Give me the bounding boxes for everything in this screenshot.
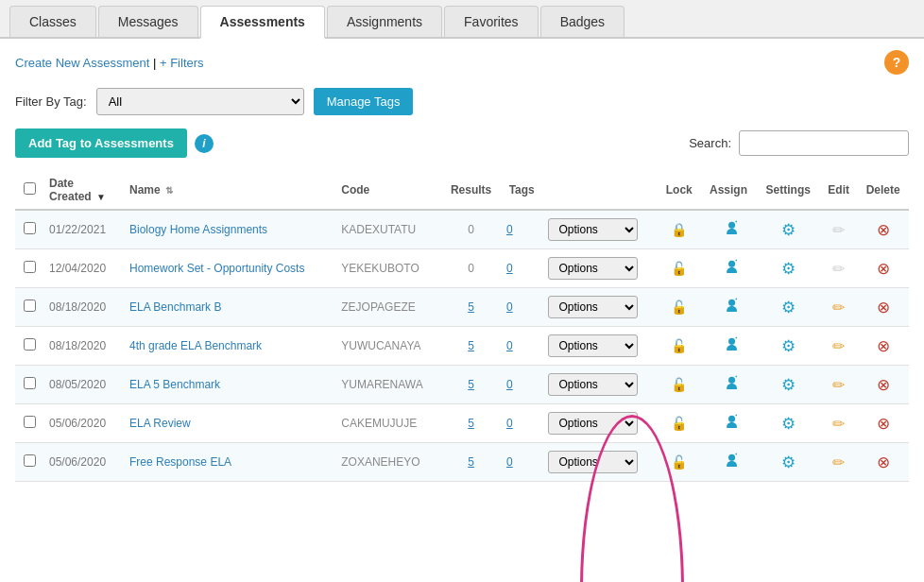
lock-icon[interactable]: 🔒 — [667, 220, 691, 239]
name-sort-icon[interactable]: ⇅ — [165, 185, 173, 196]
tab-classes[interactable]: Classes — [9, 6, 96, 37]
row-checkbox[interactable] — [24, 377, 36, 389]
cell-tags: 0 — [501, 443, 542, 482]
assign-icon[interactable]: + — [716, 298, 741, 317]
tab-badges[interactable]: Badges — [540, 6, 625, 37]
settings-icon[interactable]: ⚙ — [778, 374, 799, 396]
options-select[interactable]: Options — [548, 451, 638, 473]
results-link[interactable]: 5 — [468, 339, 474, 352]
assessment-link[interactable]: Free Response ELA — [129, 455, 231, 469]
lock-icon[interactable]: 🔓 — [667, 259, 691, 278]
edit-icon[interactable]: ✏ — [829, 414, 848, 434]
delete-icon[interactable]: ⊗ — [873, 335, 894, 357]
row-checkbox[interactable] — [24, 416, 36, 428]
cell-lock: 🔓 — [658, 249, 700, 288]
table-row: 05/06/2020ELA ReviewCAKEMUJUJE50Options🔓… — [15, 404, 909, 443]
col-lock: Lock — [658, 171, 700, 210]
row-checkbox[interactable] — [24, 338, 36, 351]
tags-link[interactable]: 0 — [506, 223, 513, 236]
settings-icon[interactable]: ⚙ — [778, 335, 799, 357]
tag-filter-select[interactable]: All — [96, 88, 304, 115]
svg-point-6 — [728, 338, 735, 345]
settings-icon[interactable]: ⚙ — [778, 452, 799, 473]
assessment-link[interactable]: 4th grade ELA Benchmark — [129, 339, 262, 352]
options-select[interactable]: Options — [548, 257, 638, 280]
row-checkbox[interactable] — [24, 222, 36, 234]
lock-icon[interactable]: 🔓 — [667, 298, 691, 317]
tab-assignments[interactable]: Assignments — [327, 6, 442, 37]
tab-messages[interactable]: Messages — [98, 6, 198, 37]
action-row: Add Tag to Assessments i Search: — [15, 128, 909, 158]
edit-icon[interactable]: ✏ — [829, 220, 848, 240]
create-assessment-link[interactable]: Create New Assessment — [15, 56, 149, 70]
date-sort-icon[interactable]: ▼ — [96, 192, 106, 202]
results-link[interactable]: 5 — [468, 300, 474, 314]
row-checkbox[interactable] — [24, 300, 36, 312]
results-link[interactable]: 5 — [468, 378, 474, 391]
search-input[interactable] — [739, 130, 909, 156]
results-link[interactable]: 5 — [468, 455, 474, 469]
options-select[interactable]: Options — [548, 373, 638, 396]
options-select[interactable]: Options — [548, 218, 638, 241]
edit-icon[interactable]: ✏ — [829, 375, 848, 395]
delete-icon[interactable]: ⊗ — [873, 297, 894, 318]
results-link[interactable]: 5 — [468, 417, 474, 430]
select-all-checkbox[interactable] — [24, 182, 36, 195]
delete-icon[interactable]: ⊗ — [873, 258, 894, 280]
tab-assessments[interactable]: Assessments — [200, 6, 325, 39]
manage-tags-button[interactable]: Manage Tags — [314, 88, 414, 115]
edit-icon[interactable]: ✏ — [829, 298, 848, 317]
settings-icon[interactable]: ⚙ — [778, 258, 799, 280]
assign-icon[interactable]: + — [716, 220, 741, 240]
options-select[interactable]: Options — [548, 296, 638, 318]
lock-icon[interactable]: 🔓 — [667, 375, 691, 394]
lock-icon[interactable]: 🔓 — [667, 414, 691, 433]
options-select[interactable]: Options — [548, 334, 638, 357]
edit-icon[interactable]: ✏ — [829, 453, 848, 472]
lock-icon[interactable]: 🔓 — [667, 453, 691, 471]
row-checkbox[interactable] — [24, 261, 36, 273]
assessment-link[interactable]: Biology Home Assignments — [129, 223, 267, 236]
assessment-link[interactable]: ELA Review — [129, 417, 191, 430]
cell-code: ZEJOPAGEZE — [335, 288, 441, 327]
table-wrap: DateCreated ▼ Name ⇅ Code Results Tags L… — [15, 171, 909, 482]
assessment-link[interactable]: ELA 5 Benchmark — [129, 378, 220, 391]
delete-icon[interactable]: ⊗ — [873, 452, 894, 473]
tags-link[interactable]: 0 — [506, 378, 513, 391]
cell-assign: + — [700, 288, 756, 327]
info-icon[interactable]: i — [195, 134, 214, 153]
row-checkbox[interactable] — [24, 454, 36, 467]
assign-icon[interactable]: + — [716, 259, 741, 279]
table-container: DateCreated ▼ Name ⇅ Code Results Tags L… — [15, 171, 909, 482]
tags-link[interactable]: 0 — [506, 300, 513, 314]
assign-icon[interactable]: + — [716, 453, 741, 472]
cell-options: Options — [542, 210, 658, 249]
delete-icon[interactable]: ⊗ — [873, 413, 894, 435]
help-icon[interactable]: ? — [884, 50, 909, 75]
tags-link[interactable]: 0 — [506, 262, 513, 275]
assign-icon[interactable]: + — [716, 375, 741, 395]
top-links-left: Create New Assessment | + Filters — [15, 56, 204, 70]
settings-icon[interactable]: ⚙ — [778, 219, 799, 241]
tags-link[interactable]: 0 — [506, 339, 513, 352]
lock-icon[interactable]: 🔓 — [667, 336, 691, 355]
tab-favorites[interactable]: Favorites — [444, 6, 539, 37]
tags-link[interactable]: 0 — [506, 455, 513, 469]
assessment-link[interactable]: ELA Benchmark B — [129, 300, 221, 314]
add-tag-button[interactable]: Add Tag to Assessments — [15, 128, 187, 158]
assign-icon[interactable]: + — [716, 336, 741, 356]
assessment-link[interactable]: Homework Set - Opportunity Costs — [129, 262, 304, 275]
edit-icon[interactable]: ✏ — [829, 336, 848, 356]
settings-icon[interactable]: ⚙ — [778, 297, 799, 318]
settings-icon[interactable]: ⚙ — [778, 413, 799, 435]
options-select[interactable]: Options — [548, 412, 638, 435]
cell-name: ELA 5 Benchmark — [124, 366, 335, 404]
delete-icon[interactable]: ⊗ — [873, 374, 894, 396]
filters-link[interactable]: + Filters — [160, 56, 204, 70]
edit-icon[interactable]: ✏ — [829, 259, 848, 279]
cell-name: ELA Review — [124, 404, 335, 443]
cell-date: 05/06/2020 — [43, 404, 124, 443]
delete-icon[interactable]: ⊗ — [873, 219, 894, 241]
assign-icon[interactable]: + — [716, 414, 741, 434]
tags-link[interactable]: 0 — [506, 417, 513, 430]
